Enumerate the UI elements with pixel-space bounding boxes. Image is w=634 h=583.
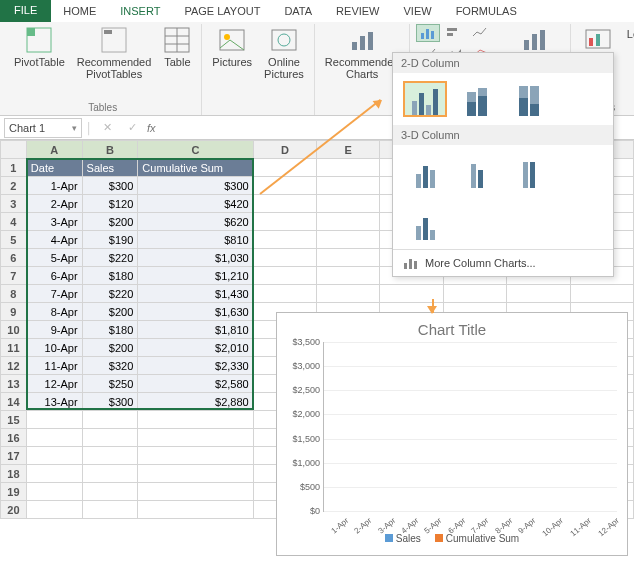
- powerview-icon: [584, 26, 612, 54]
- cell[interactable]: 11-Apr: [26, 357, 82, 375]
- recommended-pivot-icon: [100, 26, 128, 54]
- svg-rect-13: [360, 36, 365, 50]
- cell[interactable]: $300: [82, 177, 138, 195]
- col-header-C[interactable]: C: [138, 141, 253, 159]
- svg-rect-32: [596, 34, 600, 46]
- cell[interactable]: $1,030: [138, 249, 253, 267]
- cell[interactable]: $250: [82, 375, 138, 393]
- cell[interactable]: $120: [82, 195, 138, 213]
- svg-rect-34: [409, 259, 412, 269]
- cell[interactable]: $220: [82, 249, 138, 267]
- cell[interactable]: $200: [82, 339, 138, 357]
- pivottable-icon: [25, 26, 53, 54]
- fx-icon[interactable]: fx: [147, 122, 156, 134]
- more-column-charts-icon: [403, 256, 419, 270]
- chart-title[interactable]: Chart Title: [277, 313, 627, 342]
- pictures-button[interactable]: Pictures: [208, 24, 256, 82]
- chevron-down-icon: ▾: [72, 123, 77, 133]
- 3d-clustered-column-option[interactable]: [403, 153, 447, 189]
- 3d-stacked-100-column-option[interactable]: [507, 153, 551, 189]
- column-chart-button[interactable]: [416, 24, 440, 42]
- cell[interactable]: 12-Apr: [26, 375, 82, 393]
- cell[interactable]: $200: [82, 213, 138, 231]
- online-pictures-icon: [270, 26, 298, 54]
- col-header-A[interactable]: A: [26, 141, 82, 159]
- cell[interactable]: $180: [82, 321, 138, 339]
- tab-insert[interactable]: INSERT: [108, 0, 172, 22]
- cell[interactable]: $2,580: [138, 375, 253, 393]
- cell[interactable]: 7-Apr: [26, 285, 82, 303]
- svg-point-11: [278, 34, 290, 46]
- svg-rect-33: [404, 263, 407, 269]
- stock-chart-button[interactable]: [468, 24, 492, 42]
- tab-home[interactable]: HOME: [51, 0, 108, 22]
- cell[interactable]: 8-Apr: [26, 303, 82, 321]
- cell[interactable]: $190: [82, 231, 138, 249]
- more-column-charts[interactable]: More Column Charts...: [393, 249, 613, 276]
- svg-rect-29: [540, 30, 545, 50]
- pivottable-button[interactable]: PivotTable: [10, 24, 69, 82]
- col-header-B[interactable]: B: [82, 141, 138, 159]
- cell[interactable]: $420: [138, 195, 253, 213]
- table-button[interactable]: Table: [159, 24, 195, 82]
- pivotchart-icon: [520, 26, 548, 54]
- clustered-column-option[interactable]: [403, 81, 447, 117]
- cell[interactable]: 5-Apr: [26, 249, 82, 267]
- cell[interactable]: $1,810: [138, 321, 253, 339]
- svg-rect-15: [421, 33, 424, 39]
- 3d-column-option[interactable]: [403, 205, 447, 241]
- cell[interactable]: $1,430: [138, 285, 253, 303]
- cell[interactable]: 10-Apr: [26, 339, 82, 357]
- cell[interactable]: $620: [138, 213, 253, 231]
- ribbon-tabs: FILE HOME INSERT PAGE LAYOUT DATA REVIEW…: [0, 0, 634, 22]
- cell[interactable]: 4-Apr: [26, 231, 82, 249]
- tab-formulas[interactable]: FORMULAS: [444, 0, 529, 22]
- cell[interactable]: 3-Apr: [26, 213, 82, 231]
- stock-chart-icon: [472, 26, 488, 40]
- tab-view[interactable]: VIEW: [392, 0, 444, 22]
- bar-chart-button[interactable]: [442, 24, 466, 42]
- cell[interactable]: $300: [82, 393, 138, 411]
- cell[interactable]: $320: [82, 357, 138, 375]
- svg-rect-17: [431, 31, 434, 39]
- name-box[interactable]: Chart 1 ▾: [4, 118, 82, 138]
- tab-review[interactable]: REVIEW: [324, 0, 391, 22]
- cell[interactable]: 9-Apr: [26, 321, 82, 339]
- recommended-pivot-button[interactable]: Recommended PivotTables: [73, 24, 156, 82]
- svg-rect-16: [426, 29, 429, 39]
- online-pictures-button[interactable]: Online Pictures: [260, 24, 308, 82]
- 3d-stacked-column-option[interactable]: [455, 153, 499, 189]
- pictures-icon: [218, 26, 246, 54]
- svg-rect-31: [589, 38, 593, 46]
- stacked-column-option[interactable]: [455, 81, 499, 117]
- column-chart-dropdown: 2-D Column 3-D Column More Column Charts…: [392, 52, 614, 277]
- group-label-tables: Tables: [88, 102, 117, 115]
- cell[interactable]: $2,330: [138, 357, 253, 375]
- svg-rect-3: [104, 30, 112, 34]
- cell[interactable]: 1-Apr: [26, 177, 82, 195]
- bar-chart-icon: [446, 26, 462, 40]
- cell[interactable]: $1,630: [138, 303, 253, 321]
- cell[interactable]: 13-Apr: [26, 393, 82, 411]
- tab-page-layout[interactable]: PAGE LAYOUT: [172, 0, 272, 22]
- svg-rect-28: [532, 34, 537, 50]
- cell[interactable]: $810: [138, 231, 253, 249]
- svg-rect-19: [447, 33, 453, 36]
- cell[interactable]: $180: [82, 267, 138, 285]
- tab-file[interactable]: FILE: [0, 0, 51, 22]
- cancel-icon[interactable]: ✕: [97, 121, 118, 134]
- tab-data[interactable]: DATA: [272, 0, 324, 22]
- stacked-100-column-option[interactable]: [507, 81, 551, 117]
- enter-icon[interactable]: ✓: [122, 121, 143, 134]
- cell[interactable]: $300: [138, 177, 253, 195]
- embedded-chart[interactable]: Chart Title $0$500$1,000$1,500$2,000$2,5…: [276, 312, 628, 556]
- cell[interactable]: $200: [82, 303, 138, 321]
- cell[interactable]: $1,210: [138, 267, 253, 285]
- cell[interactable]: 2-Apr: [26, 195, 82, 213]
- cell[interactable]: $2,880: [138, 393, 253, 411]
- cell[interactable]: $2,010: [138, 339, 253, 357]
- cell[interactable]: $220: [82, 285, 138, 303]
- svg-rect-35: [414, 261, 417, 269]
- chart-plot-area[interactable]: $0$500$1,000$1,500$2,000$2,500$3,000$3,5…: [323, 342, 617, 512]
- cell[interactable]: 6-Apr: [26, 267, 82, 285]
